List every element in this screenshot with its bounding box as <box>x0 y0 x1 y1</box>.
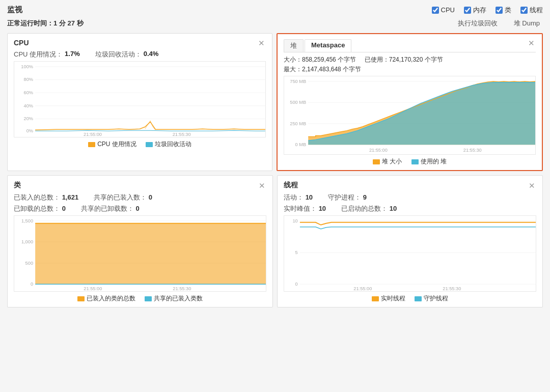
uptime-label: 正常运行时间： <box>7 19 53 27</box>
cb-cpu[interactable] <box>432 7 439 14</box>
legend-cpu-box <box>88 142 95 147</box>
heap-stats: 大小：858,259,456 个字节 已使用：724,170,320 个字节 最… <box>284 55 536 74</box>
svg-text:0: 0 <box>295 282 298 287</box>
svg-text:21:55:30: 21:55:30 <box>173 286 191 291</box>
threads-legend: 实时线程 守护线程 <box>284 294 536 303</box>
classes-loaded-label: 已装入的总数： <box>14 193 60 201</box>
legend-daemon-threads-box <box>415 296 422 301</box>
svg-text:21:55:30: 21:55:30 <box>173 132 191 137</box>
svg-text:250 MB: 250 MB <box>290 121 306 126</box>
classes-shared-loaded-value: 0 <box>149 193 152 201</box>
heap-dump-button[interactable]: 堆 Dump <box>511 18 543 29</box>
svg-text:5: 5 <box>295 250 298 255</box>
svg-text:0 MB: 0 MB <box>295 142 307 147</box>
classes-stats: 已装入的总数： 1,621 共享的已装入数： 0 <box>14 193 266 202</box>
classes-shared-unloaded-value: 0 <box>135 205 139 212</box>
classes-shared-loaded-label: 共享的已装入数： <box>94 193 147 201</box>
legend-gc-label: 垃圾回收活动 <box>155 140 191 149</box>
svg-text:750 MB: 750 MB <box>290 79 306 84</box>
legend-loaded-box <box>77 296 85 301</box>
heap-panel-close[interactable]: ✕ <box>527 39 536 52</box>
cpu-usage-value: 1.7% <box>65 50 80 59</box>
threads-chart: 10 5 0 21:55:00 21:55:30 <box>284 215 536 292</box>
threads-panel-close[interactable]: ✕ <box>528 182 536 189</box>
classes-loaded-value: 1,621 <box>62 193 79 201</box>
page-title: 监视 <box>7 5 22 15</box>
classes-unloaded-label: 已卸载的总数： <box>14 205 60 212</box>
classes-panel: 类 ✕ 已装入的总数： 1,621 共享的已装入数： 0 已卸载的总数： 0 <box>7 175 273 307</box>
classes-panel-close[interactable]: ✕ <box>258 182 266 189</box>
gc-activity-value: 0.4% <box>144 50 159 59</box>
cpu-chart: 100% 80% 60% 40% 20% 0% 21:55:00 21:55:3… <box>14 61 266 137</box>
tab-heap[interactable]: 堆 <box>284 39 304 52</box>
cb-classes-label[interactable]: 类 <box>496 6 511 15</box>
heap-legend: 堆 大小 使用的 堆 <box>284 157 536 166</box>
legend-heap-size-label: 堆 大小 <box>382 157 402 166</box>
svg-marker-25 <box>308 82 535 145</box>
top-panels-row: CPU ✕ CPU 使用情况： 1.7% 垃圾回收活动： 0.4% <box>7 33 543 171</box>
svg-text:21:55:00: 21:55:00 <box>353 286 372 291</box>
cpu-usage-label: CPU 使用情况： <box>14 50 63 59</box>
cpu-panel-close[interactable]: ✕ <box>257 39 266 47</box>
uptime-display: 正常运行时间：1 分 27 秒 <box>7 19 84 28</box>
uptime-value: 1 分 27 秒 <box>53 19 84 27</box>
svg-text:60%: 60% <box>24 90 33 95</box>
svg-text:80%: 80% <box>24 77 33 82</box>
action-buttons: 执行垃圾回收 堆 Dump <box>455 18 543 29</box>
threads-panel-title: 线程 <box>284 181 298 190</box>
heap-stats-line2: 最大：2,147,483,648 个字节 <box>284 65 536 74</box>
legend-shared-loaded-label: 共享的已装入类数 <box>154 294 203 303</box>
classes-chart: 1,500 1,000 500 0 21:55:00 21:55:30 <box>14 215 266 292</box>
heap-stats-line1: 大小：858,259,456 个字节 已使用：724,170,320 个字节 <box>284 55 536 64</box>
cb-memory-label[interactable]: 内存 <box>464 6 486 15</box>
cb-threads-label[interactable]: 线程 <box>520 6 543 15</box>
cb-threads[interactable] <box>520 7 528 14</box>
cpu-panel: CPU ✕ CPU 使用情况： 1.7% 垃圾回收活动： 0.4% <box>7 33 272 171</box>
svg-text:21:55:00: 21:55:00 <box>369 148 388 153</box>
threads-stats: 活动： 10 守护进程： 9 <box>284 193 536 202</box>
threads-active-label: 活动： <box>284 193 304 201</box>
cb-classes[interactable] <box>496 7 503 14</box>
legend-used-heap-box <box>411 159 419 164</box>
classes-shared-unloaded-label: 共享的已卸载数： <box>81 205 134 212</box>
threads-daemon-value: 9 <box>363 193 367 201</box>
svg-text:1,500: 1,500 <box>21 218 33 223</box>
heap-tabs: 堆 Metaspace ✕ <box>284 39 536 52</box>
classes-unloaded-value: 0 <box>62 205 66 212</box>
svg-marker-36 <box>35 223 266 284</box>
threads-active-value: 10 <box>306 193 313 201</box>
gc-activity-label: 垃圾回收活动： <box>95 50 142 59</box>
svg-text:0%: 0% <box>26 128 33 133</box>
svg-text:10: 10 <box>292 218 297 223</box>
filter-checkboxes: CPU 内存 类 线程 <box>432 6 543 15</box>
svg-text:500 MB: 500 MB <box>290 100 306 105</box>
legend-daemon-threads-label: 守护线程 <box>424 294 448 303</box>
legend-gc-box <box>146 142 153 147</box>
cb-threads-text: 线程 <box>530 6 543 15</box>
legend-loaded-label: 已装入的类的总数 <box>87 294 135 303</box>
gc-button[interactable]: 执行垃圾回收 <box>455 18 501 29</box>
svg-text:20%: 20% <box>24 117 33 122</box>
legend-live-threads-box <box>372 296 379 301</box>
cb-classes-text: 类 <box>505 6 511 15</box>
svg-text:1,000: 1,000 <box>21 239 33 244</box>
classes-legend: 已装入的类的总数 共享的已装入类数 <box>14 294 266 303</box>
cb-cpu-label[interactable]: CPU <box>432 6 455 14</box>
bottom-panels-row: 类 ✕ 已装入的总数： 1,621 共享的已装入数： 0 已卸载的总数： 0 <box>7 175 543 307</box>
cpu-panel-title: CPU <box>14 39 29 47</box>
svg-text:21:55:00: 21:55:00 <box>84 286 102 291</box>
svg-text:500: 500 <box>25 261 33 266</box>
legend-used-heap-label: 使用的 堆 <box>421 157 447 166</box>
tab-metaspace[interactable]: Metaspace <box>305 39 351 52</box>
threads-total-label: 已启动的总数： <box>341 205 388 212</box>
threads-peak-value: 10 <box>319 205 326 212</box>
legend-live-threads-label: 实时线程 <box>381 294 405 303</box>
svg-text:0: 0 <box>31 282 33 287</box>
heap-chart: 750 MB 500 MB 250 MB 0 MB 21:55:00 21:55… <box>284 76 536 155</box>
legend-cpu-label: CPU 使用情况 <box>97 140 136 149</box>
classes-stats2: 已卸载的总数： 0 共享的已卸载数： 0 <box>14 204 266 213</box>
cb-memory[interactable] <box>464 7 471 14</box>
svg-text:21:55:30: 21:55:30 <box>443 286 461 291</box>
heap-panel: 堆 Metaspace ✕ 大小：858,259,456 个字节 已使用：724… <box>277 33 543 171</box>
classes-panel-title: 类 <box>14 181 21 190</box>
